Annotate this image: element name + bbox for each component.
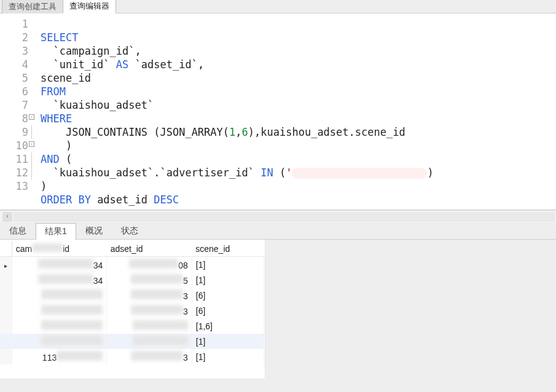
tab-result1[interactable]: 结果1 bbox=[36, 223, 76, 240]
scroll-track[interactable] bbox=[14, 212, 555, 222]
result-grid-wrap: camid adset_id scene_id 34 08 [1] 34 5 bbox=[0, 240, 265, 378]
line-number-gutter: 1 2 3 4 5 6 7 8 - 9 10 - 11 12 13 bbox=[0, 14, 33, 210]
result-grid[interactable]: camid adset_id scene_id 34 08 [1] 34 5 bbox=[0, 241, 264, 364]
app-root: 查询创建工具 查询编辑器 1 2 3 4 5 6 7 8 - 9 10 - 11… bbox=[0, 0, 556, 392]
top-tab-bar: 查询创建工具 查询编辑器 bbox=[0, 0, 556, 14]
tab-profile[interactable]: 概况 bbox=[76, 222, 112, 239]
fold-icon[interactable]: - bbox=[29, 141, 34, 147]
redacted-literal bbox=[292, 168, 427, 179]
table-row[interactable]: 3 [6] bbox=[0, 303, 264, 318]
tab-info[interactable]: 信息 bbox=[0, 222, 36, 239]
tab-query-builder[interactable]: 查询创建工具 bbox=[2, 0, 63, 14]
table-row[interactable]: [1,6] bbox=[0, 318, 264, 334]
table-row[interactable]: [1] bbox=[0, 334, 264, 349]
table-row[interactable]: 34 08 [1] bbox=[0, 257, 264, 273]
table-row[interactable]: 113 3 [1] bbox=[0, 349, 264, 364]
tab-query-editor[interactable]: 查询编辑器 bbox=[63, 0, 116, 14]
col-header-adset[interactable]: adset_id bbox=[107, 241, 192, 257]
sql-code-area[interactable]: SELECT `campaign_id`, `unit_id` AS `adse… bbox=[33, 14, 556, 210]
table-header-row: camid adset_id scene_id bbox=[0, 241, 264, 257]
table-row[interactable]: 34 5 [1] bbox=[0, 272, 264, 288]
result-tab-bar: 信息 结果1 概况 状态 bbox=[0, 222, 556, 240]
fold-icon[interactable]: - bbox=[29, 114, 34, 120]
col-header-scene[interactable]: scene_id bbox=[192, 241, 264, 257]
editor-horizontal-scrollbar[interactable]: ‹ bbox=[0, 210, 556, 222]
sql-editor[interactable]: 1 2 3 4 5 6 7 8 - 9 10 - 11 12 13 SELECT… bbox=[0, 14, 556, 210]
table-row[interactable]: 3 [6] bbox=[0, 288, 264, 303]
scroll-left-icon[interactable]: ‹ bbox=[2, 212, 12, 222]
tab-status[interactable]: 状态 bbox=[112, 222, 147, 239]
col-header-campaign[interactable]: camid bbox=[12, 241, 107, 257]
